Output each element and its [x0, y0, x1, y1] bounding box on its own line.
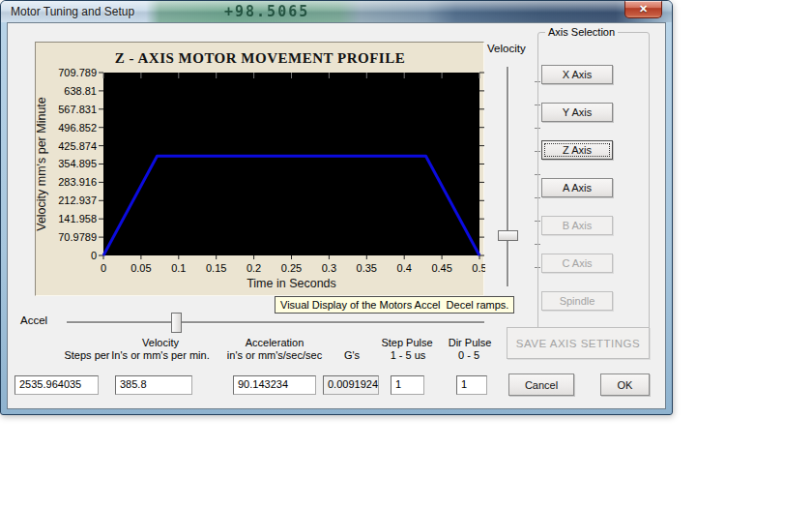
- svg-text:354.895: 354.895: [58, 158, 97, 169]
- svg-text:0: 0: [91, 250, 97, 261]
- svg-text:70.9789: 70.9789: [58, 231, 97, 243]
- axis-selection-title: Axis Selection: [545, 26, 618, 38]
- motor-profile-panel: 00.050.10.150.20.250.30.350.40.450.5070.…: [35, 42, 484, 296]
- gs-field: 0.0091924: [323, 375, 379, 395]
- svg-text:Z - AXIS MOTOR MOVEMENT PROFIL: Z - AXIS MOTOR MOVEMENT PROFILE: [115, 50, 405, 66]
- screen: +98.5065 Motor Tuning and Setup ✕ 00.050…: [0, 0, 812, 508]
- svg-text:0.45: 0.45: [431, 262, 451, 274]
- motor-profile-chart: 00.050.10.150.20.250.30.350.40.450.5070.…: [36, 43, 485, 297]
- svg-text:0.05: 0.05: [130, 262, 151, 274]
- svg-text:Velocity mm's per Minute: Velocity mm's per Minute: [36, 97, 48, 231]
- chart-tooltip: Visual Display of the Motors Accel Decel…: [275, 296, 514, 314]
- close-icon: ✕: [639, 3, 648, 15]
- a-axis-button[interactable]: A Axis: [541, 178, 613, 197]
- spindle-button: Spindle: [541, 291, 613, 311]
- titlebar[interactable]: +98.5065 Motor Tuning and Setup: [1, 1, 672, 22]
- velocity-slider-track[interactable]: [507, 67, 509, 286]
- svg-text:0.5: 0.5: [472, 262, 485, 274]
- b-axis-button: B Axis: [541, 216, 613, 235]
- accel-slider-thumb[interactable]: [171, 313, 182, 333]
- svg-text:0.2: 0.2: [246, 262, 261, 274]
- svg-text:0.15: 0.15: [206, 262, 226, 274]
- velocity-field-label: Velocity: [102, 337, 218, 348]
- cancel-button[interactable]: Cancel: [508, 374, 574, 396]
- svg-text:283.916: 283.916: [58, 176, 97, 188]
- accel-slider-track[interactable]: [67, 321, 484, 324]
- acceleration-field[interactable]: 90.143234: [233, 375, 316, 395]
- svg-text:0: 0: [101, 262, 106, 274]
- svg-text:0.3: 0.3: [322, 262, 336, 274]
- axis-selection-group: Axis Selection X Axis Y Axis Z Axis A Ax…: [537, 32, 650, 335]
- z-axis-button[interactable]: Z Axis: [541, 140, 613, 160]
- acceleration-units-label: in's or mm's/sec/sec: [207, 349, 342, 361]
- svg-text:0.4: 0.4: [397, 262, 412, 274]
- motor-tuning-dialog: +98.5065 Motor Tuning and Setup ✕ 00.050…: [0, 0, 673, 415]
- dir-pulse-range-label: 0 - 5: [430, 349, 508, 361]
- velocity-field[interactable]: 385.8: [115, 375, 192, 395]
- y-axis-button[interactable]: Y Axis: [541, 103, 613, 122]
- svg-text:Time in Seconds: Time in Seconds: [246, 277, 336, 290]
- velocity-slider-thumb[interactable]: [498, 230, 518, 241]
- window-title: Motor Tuning and Setup: [11, 1, 134, 22]
- save-axis-settings-button: SAVE AXIS SETTINGS: [507, 327, 650, 359]
- ok-button[interactable]: OK: [600, 374, 650, 396]
- acceleration-field-label: Acceleration: [207, 337, 342, 348]
- accel-slider-label: Accel: [20, 314, 47, 326]
- dir-pulse-field[interactable]: 1: [456, 375, 487, 395]
- svg-text:0.1: 0.1: [171, 262, 186, 274]
- svg-text:496.852: 496.852: [58, 122, 97, 134]
- svg-text:141.958: 141.958: [58, 213, 97, 224]
- velocity-slider-label: Velocity: [487, 43, 526, 54]
- steps-per-field[interactable]: 2535.964035: [14, 375, 99, 395]
- svg-text:0.35: 0.35: [357, 262, 377, 274]
- svg-text:567.831: 567.831: [58, 104, 97, 115]
- svg-text:425.874: 425.874: [58, 140, 97, 152]
- svg-text:212.937: 212.937: [58, 194, 97, 206]
- background-dro-readout: +98.5065: [224, 3, 309, 20]
- svg-text:0.25: 0.25: [281, 262, 302, 274]
- x-axis-button[interactable]: X Axis: [541, 65, 613, 84]
- dir-pulse-field-label: Dir Pulse: [431, 337, 508, 348]
- svg-text:638.81: 638.81: [64, 85, 97, 97]
- c-axis-button: C Axis: [541, 254, 613, 273]
- step-pulse-field[interactable]: 1: [391, 375, 424, 395]
- close-button[interactable]: ✕: [624, 1, 662, 18]
- dialog-client-area: 00.050.10.150.20.250.30.350.40.450.5070.…: [7, 22, 666, 409]
- svg-text:709.789: 709.789: [58, 67, 97, 78]
